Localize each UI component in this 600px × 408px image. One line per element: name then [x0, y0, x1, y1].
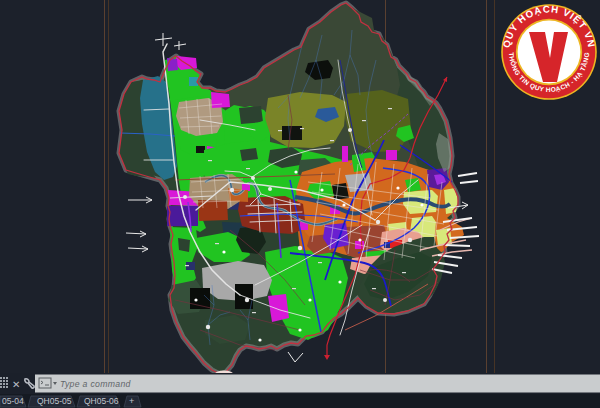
svg-text:QH05-05: QH05-05: [37, 396, 72, 406]
svg-text:05-04: 05-04: [2, 396, 24, 406]
svg-text:✕: ✕: [12, 379, 20, 390]
svg-text:+: +: [129, 396, 134, 406]
svg-text:Type a command: Type a command: [60, 379, 132, 389]
svg-text:QH05-06: QH05-06: [84, 396, 119, 406]
